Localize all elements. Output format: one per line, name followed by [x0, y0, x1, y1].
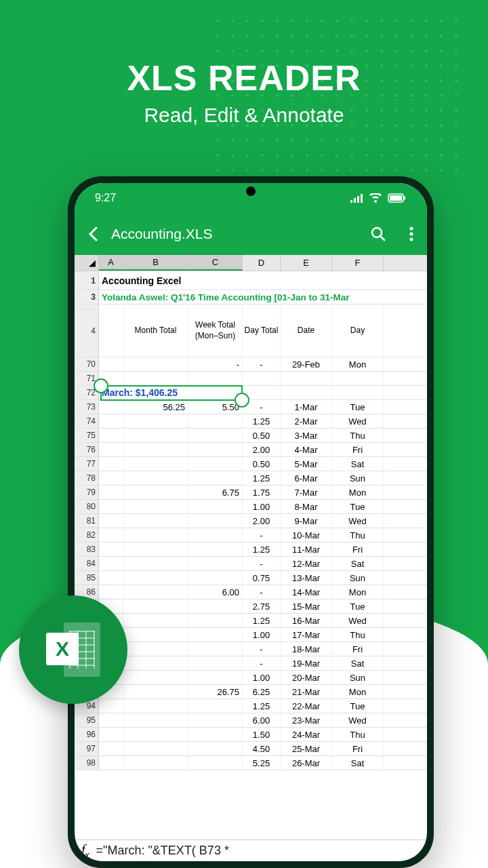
sheet-row[interactable]: 974.5025-MarFri [75, 742, 427, 756]
svg-point-5 [410, 227, 413, 231]
sheet-row[interactable]: 801.008-MarTue [75, 500, 427, 514]
sheet-row[interactable]: 831.2511-MarFri [75, 542, 427, 557]
svg-line-4 [380, 236, 384, 240]
selected-cell-text: March: $1,406.25 [102, 387, 178, 398]
excel-app-icon: X [19, 595, 127, 704]
camera-notch [246, 186, 256, 196]
sheet-row[interactable]: 71 [75, 372, 427, 386]
sheet-row[interactable]: 796.751.757-MarMon [75, 486, 427, 500]
formula-text[interactable]: ="March: "&TEXT( B73 * [96, 844, 229, 858]
hero-subtitle: Read, Edit & Annotate [0, 104, 488, 127]
select-all-corner[interactable]: ◢ [75, 255, 99, 271]
hero-section: XLS READER Read, Edit & Annotate [0, 58, 488, 127]
sheet-row[interactable]: 741.252-MarWed [75, 414, 427, 429]
sheet-row[interactable]: 872.7515-MarTue [75, 599, 427, 614]
back-icon[interactable] [88, 226, 98, 241]
col-header-C[interactable]: C [188, 255, 243, 271]
col-header-E[interactable]: E [281, 255, 332, 271]
col-header-F[interactable]: F [332, 255, 384, 271]
phone-frame: 9:27 Accounting.XLS ◢ A B C D E F 1 [68, 176, 434, 868]
sheet-row[interactable]: 762.004-MarFri [75, 443, 427, 457]
sheet-row[interactable]: 7356.255.50-1-MarTue [75, 400, 427, 414]
signal-icon [350, 193, 363, 203]
sheet-row[interactable]: 921.0020-MarSun [75, 671, 427, 685]
sheet-row[interactable]: 866.00-14-MarMon [75, 585, 427, 599]
sheet-row[interactable]: 781.256-MarSun [75, 471, 427, 486]
sheet-row[interactable]: 750.503-MarThu [75, 429, 427, 443]
more-icon[interactable] [409, 226, 413, 241]
status-time: 9:27 [95, 192, 116, 204]
search-icon[interactable] [370, 226, 386, 242]
title-cell[interactable]: Accounting Excel [99, 271, 384, 290]
svg-rect-2 [404, 196, 405, 200]
sheet-row[interactable]: 961.5024-MarThu [75, 728, 427, 742]
sheet-row[interactable]: 881.2516-MarWed [75, 614, 427, 628]
sheet-row[interactable]: 90-18-MarFri [75, 642, 427, 656]
fx-icon: fx [81, 842, 89, 860]
spreadsheet-grid[interactable]: 1 Accounting Excel 3 Yolanda Aswel: Q1'1… [75, 271, 427, 770]
sheet-row[interactable]: 956.0023-MarWed [75, 713, 427, 728]
battery-icon [388, 193, 407, 203]
sheet-row[interactable]: 985.2526-MarSat [75, 756, 427, 770]
sheet-row[interactable]: 91-19-MarSat [75, 656, 427, 671]
file-title: Accounting.XLS [111, 226, 357, 242]
sheet-row[interactable]: 84-12-MarSat [75, 557, 427, 571]
sheet-row[interactable]: 812.009-MarWed [75, 514, 427, 528]
sheet-row[interactable]: 891.0017-MarThu [75, 628, 427, 642]
hero-title: XLS READER [0, 58, 488, 98]
sheet-row[interactable]: 82-10-MarThu [75, 528, 427, 542]
app-bar: Accounting.XLS [75, 213, 427, 255]
svg-point-6 [410, 233, 413, 236]
sheet-row[interactable]: 850.7513-MarSun [75, 571, 427, 585]
col-header-B[interactable]: B [123, 255, 188, 271]
column-header-row: ◢ A B C D E F [75, 255, 427, 271]
col-header-A[interactable]: A [99, 255, 123, 271]
col-header-D[interactable]: D [243, 255, 281, 271]
sheet-row[interactable]: 70--29-FebMon [75, 357, 427, 372]
sheet-row[interactable]: 941.2522-MarTue [75, 699, 427, 713]
sheet-row-1[interactable]: 1 Accounting Excel [75, 271, 427, 290]
svg-point-7 [410, 238, 413, 241]
formula-bar[interactable]: fx ="March: "&TEXT( B73 * [75, 840, 427, 861]
sheet-row[interactable]: 770.505-MarSat [75, 457, 427, 471]
sheet-header-row[interactable]: 4 Month Total Week Total (Mon–Sun) Day T… [75, 304, 427, 357]
sheet-row[interactable]: 72March: $1,406.25 [75, 386, 427, 400]
sheet-row-3[interactable]: 3 Yolanda Aswel: Q1'16 Time Accounting [… [75, 290, 427, 304]
svg-rect-1 [390, 195, 402, 201]
subtitle-cell[interactable]: Yolanda Aswel: Q1'16 Time Accounting [01… [99, 290, 384, 304]
sheet-row[interactable]: 9326.756.2521-MarMon [75, 685, 427, 699]
wifi-icon [369, 193, 382, 203]
